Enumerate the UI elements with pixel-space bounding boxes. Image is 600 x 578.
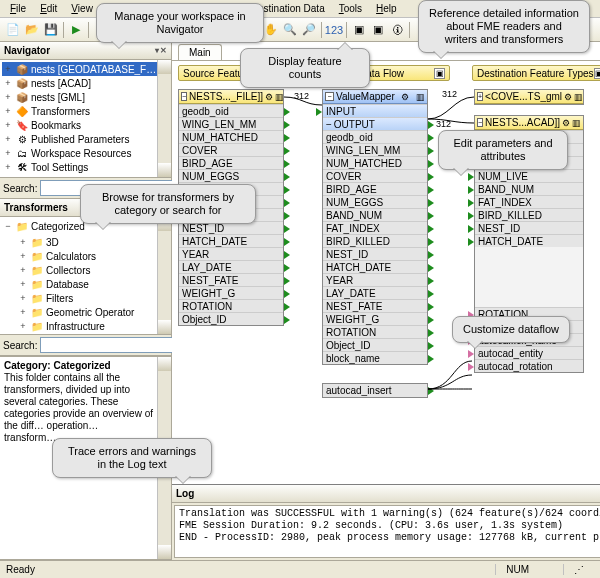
expand-icon[interactable]: ▣ <box>434 68 445 79</box>
scrollbar[interactable] <box>157 217 171 334</box>
open-icon[interactable]: 📂 <box>23 21 41 39</box>
attr-row[interactable]: WING_LEN_MM <box>323 143 427 156</box>
attr-row[interactable]: YEAR <box>179 247 283 260</box>
attr-row[interactable]: Object_ID <box>323 338 427 351</box>
xf-item[interactable]: +📁3D <box>4 235 167 249</box>
attr-row[interactable]: NEST_ID <box>323 247 427 260</box>
attr-row[interactable]: BIRD_KILLED <box>323 234 427 247</box>
collapse-icon[interactable]: − <box>326 119 332 130</box>
attr-row[interactable]: FAT_INDEX <box>323 221 427 234</box>
xf-item[interactable]: +📁Collectors <box>4 263 167 277</box>
gear-icon[interactable]: ⚙ <box>562 118 570 128</box>
attr-row[interactable]: BAND_NUM <box>323 208 427 221</box>
transformers-search-input[interactable] <box>40 337 173 353</box>
props-icon[interactable]: ▥ <box>416 92 425 102</box>
menu-view[interactable]: View <box>65 2 99 15</box>
category-body: This folder contains all the transformer… <box>4 372 167 444</box>
xf-item[interactable]: +📁Geometric Operator <box>4 305 167 319</box>
close-icon[interactable]: ✕ <box>160 46 167 55</box>
zoomin-icon[interactable]: 🔍 <box>281 21 299 39</box>
xf-output[interactable]: −OUTPUT <box>323 117 427 130</box>
attr-row[interactable]: block_name <box>323 351 427 364</box>
attr-row[interactable]: WING_LEN_MM <box>179 117 283 130</box>
attr-row[interactable]: HATCH_DATE <box>475 234 583 247</box>
log-panel: Log ▾ ✕ Translation was SUCCESSFUL with … <box>172 484 600 560</box>
gear-icon[interactable]: ⚙ <box>401 92 409 102</box>
attr-row[interactable]: WEIGHT_G <box>179 286 283 299</box>
xf-item[interactable]: +📁Infrastructure <box>4 319 167 333</box>
attr-row[interactable]: NUM_EGGS <box>179 169 283 182</box>
pin-icon[interactable]: ▾ <box>155 46 159 55</box>
attr-row[interactable]: WEIGHT_G <box>323 312 427 325</box>
attr-row[interactable]: FAT_INDEX <box>475 195 583 208</box>
nav-item[interactable]: +🔶Transformers <box>2 104 169 118</box>
attr-row[interactable]: NUM_LIVE <box>475 169 583 182</box>
attr-row[interactable]: NUM_HATCHED <box>179 130 283 143</box>
props-icon[interactable]: ▥ <box>574 92 583 102</box>
attr-row[interactable]: NUM_HATCHED <box>323 156 427 169</box>
gear-icon[interactable]: ⚙ <box>265 92 273 102</box>
menu-file[interactable]: File <box>4 2 32 15</box>
xf-input[interactable]: INPUT <box>323 104 427 117</box>
canvas[interactable]: Main Source Feature Types▣ Data Flow▣ De… <box>172 42 600 484</box>
xf-item[interactable]: +📁Calculators <box>4 249 167 263</box>
dest-feature-types-header[interactable]: Destination Feature Types▣ <box>472 65 600 81</box>
autocad-insert[interactable]: autocad_insert <box>322 383 428 398</box>
nav-item[interactable]: +🔖Bookmarks <box>2 118 169 132</box>
props-icon[interactable]: ▥ <box>275 92 284 102</box>
attr-row[interactable]: NEST_FATE <box>179 273 283 286</box>
attr-row[interactable]: autocad_entity <box>475 346 583 359</box>
expand-icon[interactable]: ▣ <box>594 68 600 79</box>
attr-row[interactable]: Object_ID <box>179 312 283 325</box>
menu-help[interactable]: Help <box>370 2 403 15</box>
attr-row[interactable]: YEAR <box>323 273 427 286</box>
attr-row[interactable]: NUM_EGGS <box>323 195 427 208</box>
valuemapper-transformer[interactable]: −ValueMapper⚙▥ INPUT −OUTPUT geodb_oidWI… <box>322 89 428 365</box>
attr-row[interactable]: autocad_rotation <box>475 359 583 372</box>
log-body[interactable]: Translation was SUCCESSFUL with 1 warnin… <box>174 505 600 558</box>
attr-row[interactable]: HATCH_DATE <box>323 260 427 273</box>
nav-item[interactable]: +📦nests [GEODATABASE_F… <box>2 62 169 76</box>
nav-item[interactable]: +🛠Tool Settings <box>2 160 169 174</box>
attr-row[interactable]: ROTATION <box>323 325 427 338</box>
save-icon[interactable]: 💾 <box>42 21 60 39</box>
attr-row[interactable]: LAY_DATE <box>179 260 283 273</box>
tb-b-icon[interactable]: ▣ <box>369 21 387 39</box>
nav-item[interactable]: +📦nests [GML] <box>2 90 169 104</box>
hand-icon[interactable]: ✋ <box>262 21 280 39</box>
collapse-icon[interactable]: − <box>477 118 483 127</box>
tab-main[interactable]: Main <box>178 44 222 60</box>
attr-row[interactable]: geodb_oid <box>179 104 283 117</box>
menu-tools[interactable]: Tools <box>333 2 368 15</box>
attr-row[interactable]: HATCH_DATE <box>179 234 283 247</box>
attr-row[interactable]: geodb_oid <box>323 130 427 143</box>
gear-icon[interactable]: ⚙ <box>564 92 572 102</box>
scrollbar[interactable] <box>157 60 171 177</box>
attr-row[interactable]: NEST_FATE <box>323 299 427 312</box>
nav-item[interactable]: +🗂Workspace Resources <box>2 146 169 160</box>
tb-c-icon[interactable]: 🛈 <box>388 21 406 39</box>
attr-row[interactable]: NEST_ID <box>475 221 583 234</box>
attr-row[interactable]: ROTATION <box>179 299 283 312</box>
nav-item[interactable]: +📦nests [ACAD] <box>2 76 169 90</box>
attr-row[interactable]: LAY_DATE <box>323 286 427 299</box>
attr-row[interactable]: BIRD_AGE <box>323 182 427 195</box>
xf-item[interactable]: +📁Filters <box>4 291 167 305</box>
attr-row[interactable]: BAND_NUM <box>475 182 583 195</box>
expand-icon[interactable]: + <box>477 92 483 101</box>
xf-item[interactable]: +📁Database <box>4 277 167 291</box>
props-icon[interactable]: ▥ <box>572 118 581 128</box>
zoomout-icon[interactable]: 🔎 <box>300 21 318 39</box>
collapse-icon[interactable]: − <box>325 92 334 101</box>
attr-row[interactable]: COVER <box>179 143 283 156</box>
dest-gml-feature-type[interactable]: +<COVE...TS_gml⚙▥ <box>474 89 584 105</box>
new-icon[interactable]: 📄 <box>4 21 22 39</box>
nav-item[interactable]: +⚙Published Parameters <box>2 132 169 146</box>
attr-row[interactable]: BIRD_KILLED <box>475 208 583 221</box>
collapse-icon[interactable]: − <box>181 92 187 101</box>
attr-row[interactable]: BIRD_AGE <box>179 156 283 169</box>
callout-dataflow: Customize dataflow <box>452 316 570 343</box>
menu-edit[interactable]: Edit <box>34 2 63 15</box>
run-icon[interactable]: ▶ <box>67 21 85 39</box>
attr-row[interactable]: COVER <box>323 169 427 182</box>
